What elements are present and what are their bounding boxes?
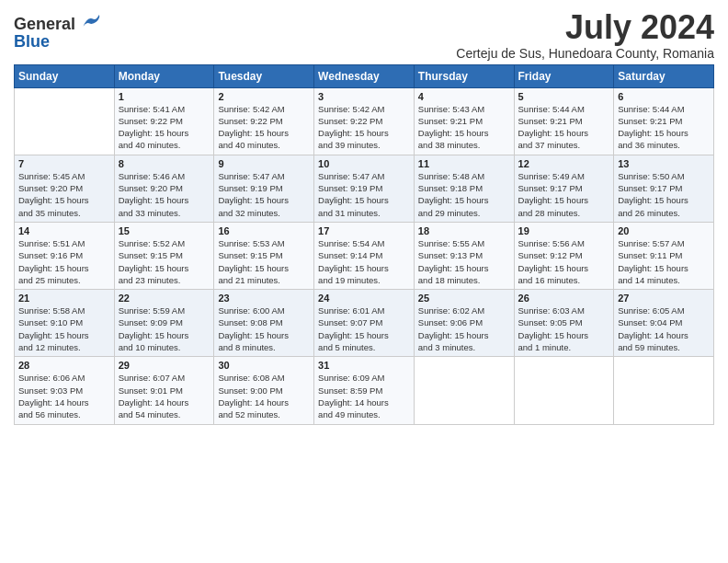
logo: General Blue <box>14 13 102 50</box>
day-info: Sunrise: 5:48 AM Sunset: 9:18 PM Dayligh… <box>418 170 510 219</box>
calendar-day-cell: 19Sunrise: 5:56 AM Sunset: 9:12 PM Dayli… <box>514 222 614 289</box>
day-info: Sunrise: 6:00 AM Sunset: 9:08 PM Dayligh… <box>218 304 310 353</box>
day-number: 22 <box>119 293 210 304</box>
day-number: 25 <box>418 293 510 304</box>
day-info: Sunrise: 6:07 AM Sunset: 9:01 PM Dayligh… <box>119 372 210 420</box>
day-number: 11 <box>418 158 510 169</box>
calendar-day-cell: 7Sunrise: 5:45 AM Sunset: 9:20 PM Daylig… <box>15 155 115 222</box>
logo-general-text: General <box>14 15 75 33</box>
day-number: 12 <box>518 158 610 169</box>
calendar-day-cell: 28Sunrise: 6:06 AM Sunset: 9:03 PM Dayli… <box>15 357 115 424</box>
day-info: Sunrise: 5:52 AM Sunset: 9:15 PM Dayligh… <box>119 237 210 286</box>
calendar-day-cell: 24Sunrise: 6:01 AM Sunset: 9:07 PM Dayli… <box>314 290 415 357</box>
calendar-day-cell: 4Sunrise: 5:43 AM Sunset: 9:21 PM Daylig… <box>414 87 514 155</box>
calendar-day-cell: 12Sunrise: 5:49 AM Sunset: 9:17 PM Dayli… <box>514 155 614 222</box>
page-header: General Blue July 2024 Certeju de Sus, H… <box>14 9 714 61</box>
weekday-header-cell: Saturday <box>614 64 714 87</box>
day-info: Sunrise: 6:02 AM Sunset: 9:06 PM Dayligh… <box>418 304 510 353</box>
day-info: Sunrise: 6:03 AM Sunset: 9:05 PM Dayligh… <box>518 304 610 353</box>
calendar-day-cell: 30Sunrise: 6:08 AM Sunset: 9:00 PM Dayli… <box>214 357 314 424</box>
month-title: July 2024 <box>456 9 714 46</box>
day-number: 28 <box>18 360 110 371</box>
day-number: 14 <box>18 225 110 236</box>
calendar-day-cell: 22Sunrise: 5:59 AM Sunset: 9:09 PM Dayli… <box>114 290 214 357</box>
calendar-day-cell: 3Sunrise: 5:42 AM Sunset: 9:22 PM Daylig… <box>314 87 415 155</box>
day-info: Sunrise: 5:55 AM Sunset: 9:13 PM Dayligh… <box>418 237 510 286</box>
title-area: July 2024 Certeju de Sus, Hunedoara Coun… <box>456 9 714 61</box>
day-number: 17 <box>318 225 410 236</box>
weekday-header-cell: Friday <box>514 64 614 87</box>
day-number: 8 <box>119 158 210 169</box>
day-info: Sunrise: 5:44 AM Sunset: 9:21 PM Dayligh… <box>518 103 610 152</box>
calendar-day-cell: 14Sunrise: 5:51 AM Sunset: 9:16 PM Dayli… <box>15 222 115 289</box>
day-number: 19 <box>518 225 610 236</box>
day-info: Sunrise: 5:51 AM Sunset: 9:16 PM Dayligh… <box>18 237 110 286</box>
calendar-day-cell: 9Sunrise: 5:47 AM Sunset: 9:19 PM Daylig… <box>214 155 314 222</box>
day-number: 29 <box>119 360 210 371</box>
calendar-day-cell: 16Sunrise: 5:53 AM Sunset: 9:15 PM Dayli… <box>214 222 314 289</box>
calendar-day-cell: 13Sunrise: 5:50 AM Sunset: 9:17 PM Dayli… <box>614 155 714 222</box>
day-info: Sunrise: 5:53 AM Sunset: 9:15 PM Dayligh… <box>218 237 310 286</box>
day-info: Sunrise: 5:57 AM Sunset: 9:11 PM Dayligh… <box>618 237 710 286</box>
logo-bird-icon <box>82 13 102 29</box>
day-number: 10 <box>318 158 410 169</box>
day-number: 13 <box>618 158 710 169</box>
day-info: Sunrise: 5:44 AM Sunset: 9:21 PM Dayligh… <box>618 103 710 152</box>
calendar-day-cell: 18Sunrise: 5:55 AM Sunset: 9:13 PM Dayli… <box>414 222 514 289</box>
day-number: 24 <box>318 293 410 304</box>
day-info: Sunrise: 5:59 AM Sunset: 9:09 PM Dayligh… <box>119 304 210 353</box>
calendar-day-cell <box>15 87 115 155</box>
location-subtitle: Certeju de Sus, Hunedoara County, Romani… <box>456 46 714 61</box>
day-info: Sunrise: 5:50 AM Sunset: 9:17 PM Dayligh… <box>618 170 710 219</box>
day-info: Sunrise: 6:09 AM Sunset: 8:59 PM Dayligh… <box>318 372 410 420</box>
calendar-day-cell: 11Sunrise: 5:48 AM Sunset: 9:18 PM Dayli… <box>414 155 514 222</box>
day-info: Sunrise: 5:46 AM Sunset: 9:20 PM Dayligh… <box>119 170 210 219</box>
day-number: 21 <box>18 293 110 304</box>
calendar-day-cell: 17Sunrise: 5:54 AM Sunset: 9:14 PM Dayli… <box>314 222 415 289</box>
calendar-day-cell: 23Sunrise: 6:00 AM Sunset: 9:08 PM Dayli… <box>214 290 314 357</box>
day-info: Sunrise: 5:42 AM Sunset: 9:22 PM Dayligh… <box>318 103 410 152</box>
day-number: 30 <box>218 360 310 371</box>
calendar-day-cell: 20Sunrise: 5:57 AM Sunset: 9:11 PM Dayli… <box>614 222 714 289</box>
calendar-week-row: 7Sunrise: 5:45 AM Sunset: 9:20 PM Daylig… <box>15 155 714 222</box>
day-info: Sunrise: 5:54 AM Sunset: 9:14 PM Dayligh… <box>318 237 410 286</box>
calendar-day-cell: 25Sunrise: 6:02 AM Sunset: 9:06 PM Dayli… <box>414 290 514 357</box>
day-info: Sunrise: 5:56 AM Sunset: 9:12 PM Dayligh… <box>518 237 610 286</box>
calendar-body: 1Sunrise: 5:41 AM Sunset: 9:22 PM Daylig… <box>15 87 714 424</box>
day-number: 6 <box>618 91 710 102</box>
day-number: 7 <box>18 158 110 169</box>
logo-blue-text: Blue <box>14 33 50 50</box>
day-number: 4 <box>418 91 510 102</box>
weekday-header-cell: Sunday <box>15 64 115 87</box>
day-number: 16 <box>218 225 310 236</box>
day-number: 31 <box>318 360 410 371</box>
calendar-day-cell: 29Sunrise: 6:07 AM Sunset: 9:01 PM Dayli… <box>114 357 214 424</box>
calendar-day-cell: 15Sunrise: 5:52 AM Sunset: 9:15 PM Dayli… <box>114 222 214 289</box>
calendar-day-cell: 31Sunrise: 6:09 AM Sunset: 8:59 PM Dayli… <box>314 357 415 424</box>
weekday-header-cell: Monday <box>114 64 214 87</box>
day-number: 5 <box>518 91 610 102</box>
calendar-day-cell: 10Sunrise: 5:47 AM Sunset: 9:19 PM Dayli… <box>314 155 415 222</box>
calendar-day-cell: 6Sunrise: 5:44 AM Sunset: 9:21 PM Daylig… <box>614 87 714 155</box>
calendar-week-row: 1Sunrise: 5:41 AM Sunset: 9:22 PM Daylig… <box>15 87 714 155</box>
day-info: Sunrise: 6:06 AM Sunset: 9:03 PM Dayligh… <box>18 372 110 420</box>
day-info: Sunrise: 5:47 AM Sunset: 9:19 PM Dayligh… <box>318 170 410 219</box>
day-number: 20 <box>618 225 710 236</box>
calendar-day-cell: 1Sunrise: 5:41 AM Sunset: 9:22 PM Daylig… <box>114 87 214 155</box>
weekday-header-cell: Wednesday <box>314 64 415 87</box>
day-info: Sunrise: 5:45 AM Sunset: 9:20 PM Dayligh… <box>18 170 110 219</box>
day-info: Sunrise: 5:47 AM Sunset: 9:19 PM Dayligh… <box>218 170 310 219</box>
day-number: 9 <box>218 158 310 169</box>
calendar-day-cell: 27Sunrise: 6:05 AM Sunset: 9:04 PM Dayli… <box>614 290 714 357</box>
weekday-header-cell: Tuesday <box>214 64 314 87</box>
day-number: 27 <box>618 293 710 304</box>
day-number: 18 <box>418 225 510 236</box>
day-info: Sunrise: 5:43 AM Sunset: 9:21 PM Dayligh… <box>418 103 510 152</box>
day-number: 26 <box>518 293 610 304</box>
day-info: Sunrise: 6:01 AM Sunset: 9:07 PM Dayligh… <box>318 304 410 353</box>
calendar-week-row: 21Sunrise: 5:58 AM Sunset: 9:10 PM Dayli… <box>15 290 714 357</box>
calendar-day-cell: 26Sunrise: 6:03 AM Sunset: 9:05 PM Dayli… <box>514 290 614 357</box>
calendar-day-cell <box>414 357 514 424</box>
calendar-day-cell <box>514 357 614 424</box>
calendar-table: SundayMondayTuesdayWednesdayThursdayFrid… <box>14 64 714 425</box>
